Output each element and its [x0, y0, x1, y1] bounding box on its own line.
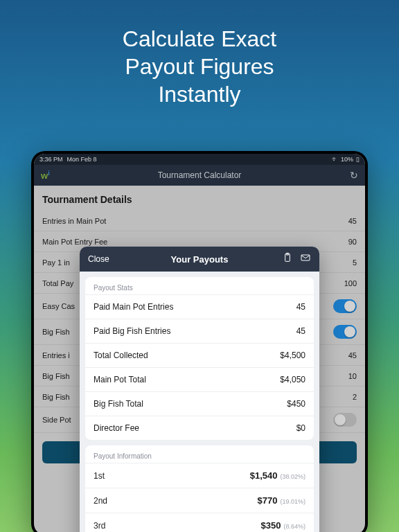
status-bar: 3:36 PM Mon Feb 8 ᯤ 10% ▯: [34, 154, 365, 165]
stats-value: $4,500: [280, 351, 305, 360]
hero-headline: Calculate Exact Payout Figures Instantly: [0, 0, 399, 129]
stats-value: 45: [296, 302, 305, 312]
payout-place: 2nd: [94, 496, 107, 506]
card-header: Payout Stats: [85, 277, 314, 294]
stats-value: $0: [296, 423, 305, 433]
payout-pct: (19.01%): [280, 498, 305, 505]
payout-pct: (8.64%): [283, 523, 305, 530]
payout-place: 1st: [94, 471, 105, 481]
battery-level: 10%: [341, 156, 353, 163]
refresh-icon[interactable]: ↻: [350, 170, 358, 181]
row-label: Pay 1 in: [42, 258, 70, 267]
row-value: 100: [344, 279, 357, 287]
row-value: 2: [353, 393, 357, 401]
stats-row: Paid Big Fish Entries 45: [85, 319, 314, 343]
toggle-switch[interactable]: [333, 325, 357, 339]
payouts-modal: Close Your Payouts Payout Stats Paid Mai…: [80, 247, 319, 532]
row-label: Big Fish: [42, 372, 70, 380]
device-screen: 3:36 PM Mon Feb 8 ᯤ 10% ▯ wi Tournament …: [34, 154, 365, 532]
row-value: 5: [353, 258, 357, 267]
stats-label: Total Collected: [94, 351, 148, 360]
stats-row: Paid Main Pot Entries 45: [85, 294, 314, 319]
row-label: Entries i: [42, 351, 70, 360]
stats-label: Paid Big Fish Entries: [94, 326, 170, 336]
payout-amount: $770: [258, 495, 278, 506]
stats-row: Big Fish Total $450: [85, 391, 314, 416]
payout-pct: (38.02%): [280, 473, 305, 480]
card-header: Payout Information: [85, 445, 314, 463]
payout-info-card: Payout Information 1st $1,540(38.02%) 2n…: [85, 445, 314, 532]
row-value: 45: [348, 351, 357, 360]
stats-row: Main Pot Total $4,050: [85, 367, 314, 391]
nav-bar: wi Tournament Calculator ↻: [34, 165, 365, 186]
section-header: Tournament Details: [34, 186, 365, 211]
payout-stats-card: Payout Stats Paid Main Pot Entries 45 Pa…: [85, 277, 314, 440]
payout-row: 2nd $770(19.01%): [85, 488, 314, 513]
payout-amount: $1,540: [250, 470, 278, 481]
row-label: Main Pot Entry Fee: [42, 238, 107, 246]
stats-value: $4,050: [280, 375, 305, 384]
row-label: Easy Cas: [42, 302, 75, 310]
close-button[interactable]: Close: [88, 254, 109, 264]
stats-row: Director Fee $0: [85, 416, 314, 440]
status-time: 3:36 PM: [39, 156, 63, 163]
payout-amount: $350: [261, 520, 281, 531]
payout-place: 3rd: [94, 521, 105, 531]
stats-row: Total Collected $4,500: [85, 343, 314, 367]
toggle-switch[interactable]: [333, 299, 357, 313]
modal-title: Your Payouts: [171, 254, 229, 265]
row-label: Entries in Main Pot: [42, 217, 106, 225]
stats-value: 45: [296, 326, 305, 336]
modal-header: Close Your Payouts: [80, 247, 319, 272]
row-label: Side Pot: [42, 416, 71, 424]
payout-row: 3rd $350(8.64%): [85, 513, 314, 532]
wifi-icon: ᯤ: [332, 156, 338, 163]
battery-icon: ▯: [356, 156, 360, 163]
payout-row: 1st $1,540(38.02%): [85, 463, 314, 488]
row-label: Big Fish: [42, 393, 70, 401]
stats-label: Main Pot Total: [94, 375, 146, 384]
clipboard-icon[interactable]: [282, 252, 293, 266]
row-label: Total Pay: [42, 279, 73, 287]
svg-rect-2: [301, 255, 310, 260]
device-frame: 3:36 PM Mon Feb 8 ᯤ 10% ▯ wi Tournament …: [31, 151, 368, 532]
nav-title: Tournament Calculator: [158, 170, 242, 180]
status-date: Mon Feb 8: [67, 156, 97, 163]
stats-value: $450: [287, 399, 305, 409]
row-value: 90: [348, 238, 357, 246]
row-value: 10: [348, 372, 357, 380]
table-row[interactable]: Entries in Main Pot 45: [34, 211, 365, 231]
mail-icon[interactable]: [300, 252, 311, 266]
stats-label: Paid Main Pot Entries: [94, 302, 173, 312]
stats-label: Big Fish Total: [94, 399, 143, 409]
app-logo[interactable]: wi: [41, 170, 50, 181]
toggle-switch[interactable]: [333, 413, 357, 427]
stats-label: Director Fee: [94, 423, 139, 433]
row-value: 45: [348, 217, 357, 225]
row-label: Big Fish: [42, 328, 70, 336]
